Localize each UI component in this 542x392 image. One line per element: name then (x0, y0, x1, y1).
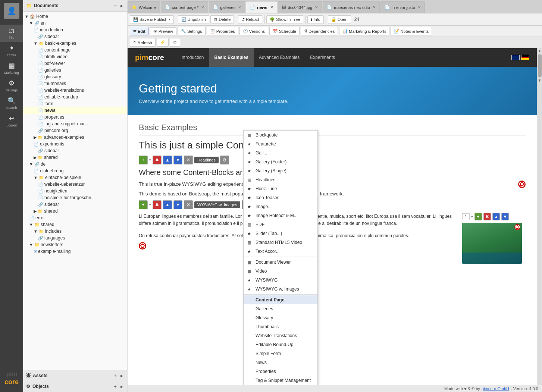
tree-item-form[interactable]: 📄 form (23, 100, 127, 107)
image-edit-target[interactable] (514, 224, 520, 230)
tree-item-languages[interactable]: 🔗 languages (23, 235, 127, 241)
ctx-simple-form[interactable]: Simple Form (244, 349, 317, 358)
tree-item-content-page[interactable]: 📄 content-page (23, 47, 127, 53)
img-remove-button[interactable]: ✖ (483, 213, 491, 220)
info-button[interactable]: ℹ Info (307, 15, 323, 24)
ctx-tag-snippet[interactable]: Tag & Snippet Management (244, 376, 317, 385)
tree-item-einfache[interactable]: ▼ 📁 einfache-beispiele (23, 174, 127, 181)
tab-maecenas[interactable]: 📄 maecenas-nec-odio ✕ (323, 1, 380, 13)
img-add-button[interactable]: + (474, 213, 482, 220)
move-down-button-2[interactable]: ▼ (173, 200, 182, 209)
close-content-page-icon[interactable]: ✕ (201, 5, 204, 9)
unpublish-button[interactable]: 🔄 Unpublish (178, 15, 209, 24)
tree-item-properties[interactable]: 📄 properties (23, 114, 127, 120)
settings-block-button[interactable]: ⚙ (220, 156, 229, 164)
add-block-button[interactable]: + (139, 156, 148, 164)
close-inenim-icon[interactable]: ✕ (418, 5, 421, 9)
tab-content-page[interactable]: 📄 content-page * ✕ (161, 1, 209, 13)
refresh-button[interactable]: ↻ Refresh (130, 38, 156, 47)
tree-item-glossary[interactable]: 📄 glossary (23, 73, 127, 80)
dependencies-button[interactable]: ⇅ Dependencies (301, 27, 338, 35)
tree-item-pimcore-org[interactable]: 🔗 pimcore.org (23, 127, 127, 134)
tree-item-experiments[interactable]: 📄 experiments (23, 141, 127, 147)
objects-expand-btn[interactable]: ▸ (119, 383, 124, 390)
sidebar-item-marketing[interactable]: ▦ Marketing (0, 59, 23, 77)
ctx-gallery-folder[interactable]: ★ Gallery (Folder) (244, 157, 317, 166)
move-up-button[interactable]: ▲ (163, 156, 172, 164)
assets-row[interactable]: 🖼 Assets + ▸ (23, 370, 127, 381)
settings-button[interactable]: 🔧 Settings (178, 27, 206, 35)
ctx-featurette[interactable]: ★ Featurette (244, 139, 317, 148)
scroll-thumb[interactable] (538, 54, 542, 77)
tree-item-pdf-viewer[interactable]: 📄 pdf-viewer (23, 60, 127, 67)
ctx-video[interactable]: ▦ Video (244, 267, 317, 276)
tree-item-example-mailing[interactable]: ✉ example-mailing (23, 248, 127, 255)
ctx-document-viewer[interactable]: ▦ Document Viewer (244, 258, 317, 267)
save-publish-button[interactable]: 💾 Save & Publish ▾ (130, 15, 174, 24)
ctx-slider[interactable]: ★ Slider (Tab...) (244, 229, 317, 238)
nav-introduction[interactable]: Introduction (175, 48, 209, 67)
properties-button[interactable]: 📋 Properties (207, 27, 238, 35)
scrollbar[interactable]: ▲ ▼ (537, 48, 542, 385)
ctx-properties[interactable]: Properties (244, 367, 317, 376)
tree-item-error[interactable]: 📄 error (23, 214, 127, 221)
tree-item-shared-root[interactable]: ▼ 📁 shared (23, 221, 127, 228)
preview-button[interactable]: 👁 Preview (150, 27, 176, 35)
edit-button[interactable]: ✏ Edit (130, 27, 149, 35)
tab-news[interactable]: 📄 news ✕ (246, 1, 277, 13)
tree-item-html5-video[interactable]: 📄 html5-video (23, 53, 127, 60)
ctx-thumbnails[interactable]: Thumbnails (244, 322, 317, 331)
tree-expand-btn[interactable]: ▸ (119, 2, 124, 9)
ctx-icon-teaser[interactable]: ★ Icon Teaser (244, 193, 317, 202)
ctx-gallery-single[interactable]: ★ Gallery (Single) (244, 166, 317, 175)
ctx-galleries[interactable]: Galleries (244, 304, 317, 313)
close-dsc-icon[interactable]: ✕ (315, 5, 318, 9)
ctx-glossary[interactable]: Glossary (244, 313, 317, 322)
marketing-reports-button[interactable]: 📊 Marketing & Reports (339, 27, 389, 35)
objects-row[interactable]: ⚙ Objects + ▸ (23, 381, 127, 392)
remove-block-button-2[interactable]: ✖ (153, 200, 162, 209)
tree-item-sidebar[interactable]: 🔗 sidebar (23, 33, 127, 40)
tree-item-newsletters[interactable]: ▼ 📁 newsletters (23, 241, 127, 248)
move-down-button[interactable]: ▼ (173, 156, 182, 164)
tab-in-enim[interactable]: 📄 in-enim-justo ✕ (380, 1, 425, 13)
tree-item-shared-de[interactable]: ▶ 📁 shared (23, 208, 127, 214)
nav-basic-examples[interactable]: Basic Examples (209, 48, 254, 67)
ctx-html5-video[interactable]: ▦ Standard HTML5 Video (244, 238, 317, 247)
pimcore-link[interactable]: pimcore GmbH (482, 386, 509, 391)
tree-item-home[interactable]: ▼ 🏠 Home (23, 13, 127, 20)
tree-item-introduction[interactable]: 📄 introduction (23, 26, 127, 33)
assets-add-btn[interactable]: + (113, 372, 118, 379)
text-edit-target[interactable] (139, 242, 146, 250)
tree-item-einfuehrung[interactable]: 📄 einfuehrung (23, 167, 127, 174)
tree-item-shared-en[interactable]: ▶ 📁 shared (23, 154, 127, 161)
sidebar-item-extras[interactable]: ✦ Extras (0, 42, 23, 59)
gear-small-button[interactable]: ⚙ (170, 38, 180, 47)
tree-item-website-translations[interactable]: 📄 website-translations (23, 87, 127, 94)
open-button[interactable]: 🔓 Open (328, 15, 351, 24)
add-block-button-2[interactable]: + (139, 200, 148, 209)
sidebar-item-logout[interactable]: ↩ Logout (0, 112, 23, 129)
close-news-icon[interactable]: ✕ (270, 5, 273, 9)
schedule-button[interactable]: 📅 Schedule (269, 27, 300, 35)
tree-item-sidebar-de[interactable]: 🔗 sidebar (23, 201, 127, 208)
tree-item-sidebar2[interactable]: 🔗 sidebar (23, 147, 127, 154)
ctx-website-translations[interactable]: Website Translations (244, 331, 317, 340)
delete-button[interactable]: 🗑 Delete (210, 15, 234, 23)
ctx-editable-roundup[interactable]: Editable Round-Up (244, 340, 317, 349)
tree-item-advanced-examples[interactable]: ▶ 📁 advanced-examples (23, 134, 127, 141)
sidebar-item-search[interactable]: 🔍 Search (0, 94, 23, 112)
context-menu[interactable]: ▦ Blockquote ★ Featurette ★ Gall... ★ Ga… (243, 130, 318, 385)
close-maecenas-icon[interactable]: ✕ (373, 5, 376, 9)
tree-item-neuigkeiten[interactable]: 📄 neuigkeiten (23, 188, 127, 194)
ctx-blockquote[interactable]: ▦ Blockquote (244, 131, 317, 139)
ctx-text-accor[interactable]: ★ Text Accor... (244, 247, 317, 256)
flag-uk[interactable] (511, 55, 520, 60)
flag-de[interactable] (521, 55, 529, 60)
close-galleries-icon[interactable]: ✕ (238, 5, 241, 9)
img-down-button[interactable]: ▼ (501, 213, 509, 220)
sidebar-item-settings[interactable]: ⚙ Settings (0, 77, 23, 94)
tree-collapse-btn[interactable]: − (113, 2, 118, 9)
user-avatar[interactable]: 👤 (4, 3, 19, 19)
versions-button[interactable]: 🕐 Versions (239, 27, 268, 35)
